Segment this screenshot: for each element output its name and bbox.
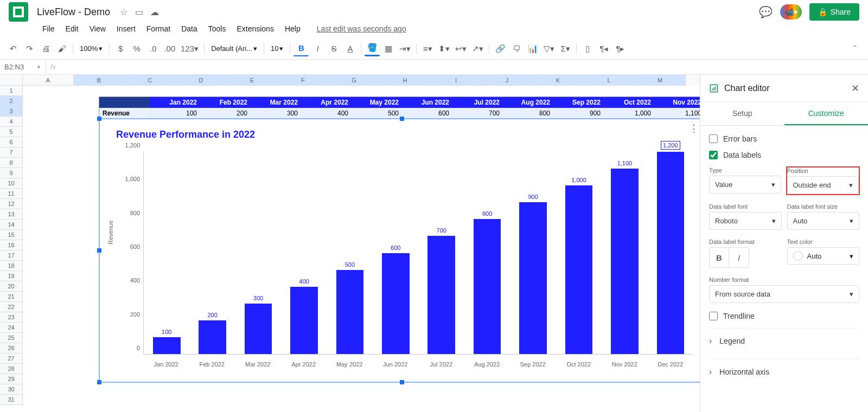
col-header[interactable]: J bbox=[482, 75, 533, 86]
row-header[interactable]: 14 bbox=[0, 220, 23, 230]
row-header[interactable]: 12 bbox=[0, 199, 23, 209]
rtl-icon-2[interactable]: ¶◂ bbox=[596, 41, 611, 56]
col-header[interactable]: K bbox=[533, 75, 584, 86]
row-header[interactable]: 26 bbox=[0, 343, 23, 353]
meet-icon[interactable]: 📹▾ bbox=[780, 4, 802, 20]
paint-format-icon[interactable]: 🖌 bbox=[54, 41, 69, 56]
menu-insert[interactable]: Insert bbox=[112, 22, 140, 35]
spreadsheet-area[interactable]: ABCDEFGHIJKLM 12345678910111213141516171… bbox=[0, 75, 700, 412]
tab-customize[interactable]: Customize bbox=[784, 102, 869, 125]
row-header[interactable]: 20 bbox=[0, 281, 23, 292]
row-header[interactable]: 25 bbox=[0, 333, 23, 343]
col-header[interactable]: M bbox=[635, 75, 686, 86]
col-header[interactable]: G bbox=[329, 75, 380, 86]
menu-format[interactable]: Format bbox=[142, 22, 175, 35]
decrease-decimal-icon[interactable]: .0 bbox=[145, 41, 161, 56]
legend-section[interactable]: › Legend bbox=[709, 328, 859, 353]
comment-add-icon[interactable]: 🗨 bbox=[509, 41, 524, 56]
tab-setup[interactable]: Setup bbox=[700, 102, 784, 125]
wrap-icon[interactable]: ↩▾ bbox=[453, 41, 469, 56]
rotate-icon[interactable]: ↗▾ bbox=[470, 41, 486, 56]
textcolor-select[interactable]: Auto▾ bbox=[787, 247, 860, 265]
print-icon[interactable]: 🖨 bbox=[38, 41, 53, 56]
last-edit-text[interactable]: Last edit was seconds ago bbox=[312, 22, 411, 35]
name-box[interactable]: B2:N3▼ bbox=[0, 61, 46, 73]
font-select-datalabel[interactable]: Roboto▾ bbox=[709, 212, 782, 230]
col-header[interactable]: L bbox=[584, 75, 635, 86]
type-select[interactable]: Value▾ bbox=[709, 176, 781, 194]
col-header[interactable]: B bbox=[74, 75, 125, 86]
insert-chart-icon[interactable]: 📊 bbox=[525, 41, 540, 56]
col-header[interactable]: D bbox=[176, 75, 227, 86]
error-bars-checkbox[interactable]: Error bars bbox=[709, 134, 859, 143]
menu-extensions[interactable]: Extensions bbox=[232, 22, 278, 35]
trendline-checkbox[interactable]: Trendline bbox=[709, 312, 859, 320]
menu-data[interactable]: Data bbox=[177, 22, 202, 35]
filter-icon[interactable]: ▽▾ bbox=[541, 41, 557, 56]
fontsize-select[interactable]: Auto▾ bbox=[787, 212, 860, 230]
percent-icon[interactable]: % bbox=[129, 41, 144, 56]
text-color-icon[interactable]: A bbox=[342, 41, 358, 56]
row-header[interactable]: 5 bbox=[0, 127, 23, 137]
col-header[interactable]: E bbox=[227, 75, 278, 86]
row-header[interactable]: 13 bbox=[0, 209, 23, 220]
row-header[interactable]: 30 bbox=[0, 384, 23, 395]
move-icon[interactable]: ▭ bbox=[135, 8, 143, 17]
row-header[interactable]: 8 bbox=[0, 158, 23, 168]
row-header[interactable]: 15 bbox=[0, 230, 23, 240]
row-header[interactable]: 1 bbox=[0, 86, 23, 96]
row-header[interactable]: 6 bbox=[0, 137, 23, 147]
row-header[interactable]: 3 bbox=[0, 106, 23, 117]
row-header[interactable]: 11 bbox=[0, 189, 23, 199]
row-header[interactable]: 10 bbox=[0, 178, 23, 189]
row-header[interactable]: 7 bbox=[0, 147, 23, 158]
link-icon[interactable]: 🔗 bbox=[493, 41, 508, 56]
row-header[interactable]: 9 bbox=[0, 168, 23, 178]
document-title[interactable]: LiveFlow - Demo bbox=[37, 7, 110, 18]
font-size-select[interactable]: 10 ▾ bbox=[267, 44, 286, 53]
more-formats-icon[interactable]: 123▾ bbox=[178, 41, 201, 56]
menu-file[interactable]: File bbox=[38, 22, 59, 35]
row-header[interactable]: 2 bbox=[0, 96, 23, 106]
row-header[interactable]: 31 bbox=[0, 395, 23, 405]
data-labels-checkbox[interactable]: Data labels bbox=[709, 151, 859, 159]
menu-edit[interactable]: Edit bbox=[61, 22, 83, 35]
valign-icon[interactable]: ⬍▾ bbox=[436, 41, 452, 56]
row-header[interactable]: 22 bbox=[0, 302, 23, 312]
undo-icon[interactable]: ↶ bbox=[5, 41, 21, 56]
halign-icon[interactable]: ≡▾ bbox=[420, 41, 435, 56]
zoom-select[interactable]: 100% ▾ bbox=[76, 44, 106, 53]
rtl-icon-1[interactable]: ▯ bbox=[580, 41, 595, 56]
select-all-corner[interactable] bbox=[0, 75, 23, 86]
row-header[interactable]: 17 bbox=[0, 250, 23, 261]
menu-help[interactable]: Help bbox=[280, 22, 305, 35]
italic-icon[interactable]: I bbox=[310, 41, 325, 56]
menu-tools[interactable]: Tools bbox=[204, 22, 231, 35]
col-header[interactable]: C bbox=[125, 75, 176, 86]
position-select[interactable]: Outside end▾ bbox=[787, 176, 859, 194]
chart-menu-icon[interactable]: ⋮ bbox=[689, 123, 699, 134]
functions-icon[interactable]: Σ▾ bbox=[558, 41, 573, 56]
row-header[interactable]: 28 bbox=[0, 364, 23, 374]
col-header[interactable]: H bbox=[380, 75, 431, 86]
row-header[interactable]: 21 bbox=[0, 292, 23, 302]
row-header[interactable]: 27 bbox=[0, 353, 23, 364]
row-header[interactable]: 24 bbox=[0, 323, 23, 333]
collapse-toolbar-icon[interactable]: ˆ bbox=[847, 41, 863, 56]
menu-view[interactable]: View bbox=[85, 22, 110, 35]
col-header[interactable]: I bbox=[431, 75, 482, 86]
rtl-icon-3[interactable]: ¶▸ bbox=[612, 41, 628, 56]
comments-icon[interactable]: 💬 bbox=[759, 5, 773, 18]
row-header[interactable]: 4 bbox=[0, 117, 23, 127]
col-header[interactable]: F bbox=[278, 75, 329, 86]
merge-icon[interactable]: ⇥▾ bbox=[397, 41, 413, 56]
row-header[interactable]: 23 bbox=[0, 312, 23, 323]
borders-icon[interactable]: ▦ bbox=[381, 41, 396, 56]
number-format-select[interactable]: From source data▾ bbox=[709, 285, 859, 303]
currency-icon[interactable]: $ bbox=[113, 41, 128, 56]
row-header[interactable]: 16 bbox=[0, 240, 23, 250]
bold-format-button[interactable]: B bbox=[710, 248, 729, 267]
font-select[interactable]: Default (Ari... ▾ bbox=[208, 44, 260, 53]
share-button[interactable]: 🔒 Share bbox=[809, 3, 859, 21]
horizontal-axis-section[interactable]: › Horizontal axis bbox=[709, 359, 859, 384]
